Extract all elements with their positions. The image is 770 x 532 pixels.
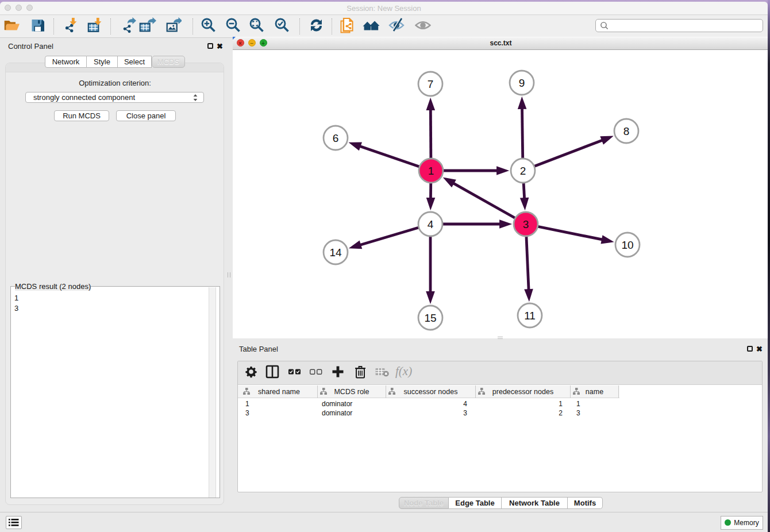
svg-text:15: 15 [424, 312, 436, 324]
svg-text:11: 11 [524, 310, 536, 322]
svg-text:10: 10 [621, 239, 633, 251]
svg-text:1: 1 [428, 165, 434, 177]
svg-text:8: 8 [623, 125, 630, 137]
svg-text:6: 6 [333, 132, 339, 144]
svg-text:2: 2 [520, 165, 526, 177]
svg-text:9: 9 [519, 77, 525, 89]
svg-text:3: 3 [523, 218, 529, 230]
svg-text:7: 7 [428, 78, 434, 90]
svg-text:4: 4 [428, 218, 434, 230]
svg-text:14: 14 [329, 246, 342, 259]
